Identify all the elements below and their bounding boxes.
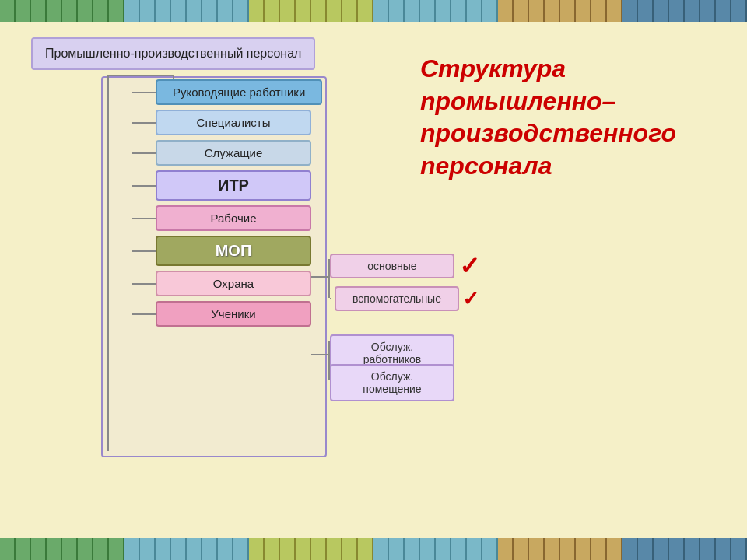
box-obsluzhpom: Обслуж. помещение bbox=[330, 364, 454, 401]
title-area: Структура промышленно– производственного… bbox=[405, 37, 724, 182]
bottom-bar-seg-3 bbox=[249, 538, 374, 560]
row-uchenik: Ученики bbox=[132, 301, 322, 327]
top-bar-seg-6 bbox=[622, 0, 747, 22]
box-raboch: Рабочие bbox=[156, 205, 311, 231]
row-raboch: Рабочие bbox=[132, 205, 322, 231]
diagram-area: Промышленно-производственный персонал Ру… bbox=[23, 37, 389, 182]
bottom-bar-seg-1 bbox=[0, 538, 124, 560]
h-conn-uchenik bbox=[132, 313, 156, 315]
box-rukov: Руководящие работники bbox=[156, 79, 322, 105]
h-conn-ohrana bbox=[132, 283, 156, 285]
obsluzhpom-area: Обслуж. помещение bbox=[330, 364, 454, 401]
bottom-bar-seg-4 bbox=[374, 538, 498, 560]
box-vspom: вспомогательные bbox=[335, 286, 459, 311]
row-spec: Специалисты bbox=[132, 110, 322, 135]
box-itr: ИТР bbox=[156, 170, 311, 201]
box-osnov: основные bbox=[330, 254, 454, 278]
raboch-h-conn bbox=[311, 276, 328, 278]
mop-h-conn bbox=[311, 354, 330, 355]
top-bar-seg-3 bbox=[249, 0, 374, 22]
top-bar-seg-2 bbox=[124, 0, 249, 22]
bottom-bar-seg-6 bbox=[622, 538, 747, 560]
h-conn-rukov bbox=[132, 92, 156, 93]
row-sluzh: Служащие bbox=[132, 140, 322, 166]
top-bar-seg-4 bbox=[374, 0, 498, 22]
box-mop: МОП bbox=[156, 236, 311, 266]
h-conn-spec bbox=[132, 122, 156, 124]
h-conn-itr bbox=[132, 185, 156, 187]
osnov-area: основные ✓ bbox=[330, 254, 480, 278]
main-content: Промышленно-производственный персонал Ру… bbox=[0, 22, 747, 198]
bottom-bar-seg-2 bbox=[124, 538, 249, 560]
row-mop: МОП bbox=[132, 236, 322, 266]
top-bar-seg-1 bbox=[0, 0, 124, 22]
top-bar-seg-5 bbox=[498, 0, 622, 22]
check-osnov: ✓ bbox=[459, 254, 480, 278]
vspom-area: вспомогательные ✓ bbox=[330, 286, 479, 311]
h-conn-sluzh bbox=[132, 152, 156, 154]
box-ohrana: Охрана bbox=[156, 271, 311, 296]
box-spec: Специалисты bbox=[156, 110, 311, 135]
check-vspom: ✓ bbox=[462, 289, 479, 309]
row-rukov: Руководящие работники bbox=[132, 79, 322, 105]
row-ohrana: Охрана bbox=[132, 271, 322, 296]
row-itr: ИТР bbox=[132, 170, 322, 201]
bottom-bar-seg-5 bbox=[498, 538, 622, 560]
bracket-vertical bbox=[107, 76, 109, 451]
root-label: Промышленно-производственный персонал bbox=[45, 47, 301, 60]
main-title: Структура промышленно– производственного… bbox=[420, 53, 716, 182]
root-box: Промышленно-производственный персонал bbox=[31, 37, 315, 70]
top-bar bbox=[0, 0, 747, 22]
bottom-bar bbox=[0, 538, 747, 560]
root-h-connector bbox=[107, 75, 174, 76]
children-column: Руководящие работники Специалисты Служащ… bbox=[132, 79, 322, 331]
h-conn-mop bbox=[132, 250, 156, 252]
box-uchenik: Ученики bbox=[156, 301, 311, 327]
h-conn-raboch bbox=[132, 218, 156, 219]
box-sluzh: Служащие bbox=[156, 140, 311, 166]
